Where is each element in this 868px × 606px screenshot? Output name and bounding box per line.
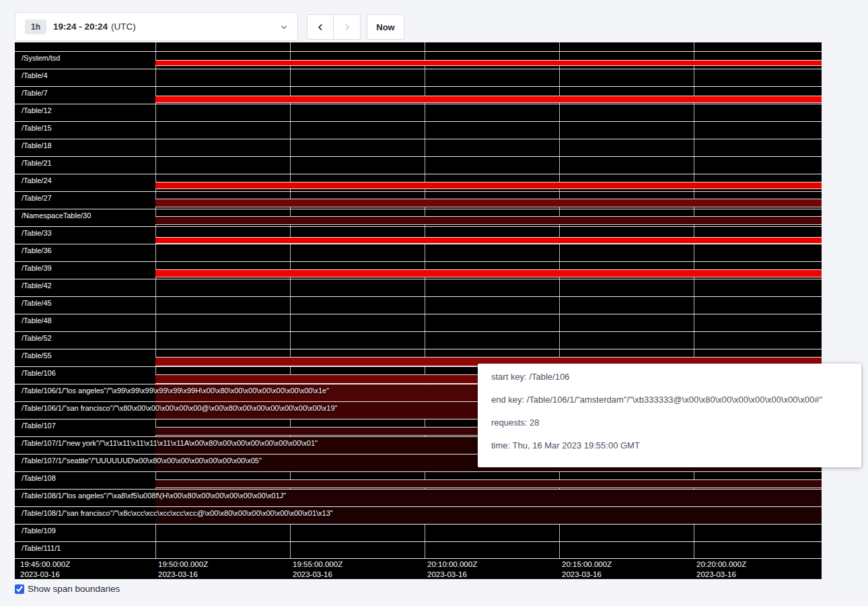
key-span-label: /Table/107/1/"seattle"/"UUUUUUD\x00\x80\…: [22, 457, 262, 465]
key-span-label: /Table/111/1: [22, 544, 61, 552]
key-span-label: /Table/42: [22, 281, 52, 290]
heat-band[interactable]: [155, 60, 822, 66]
next-range-button[interactable]: [334, 14, 361, 40]
key-span-label: /Table/39: [22, 264, 52, 272]
heat-band[interactable]: [155, 182, 822, 189]
span-tooltip: start key: /Table/106 end key: /Table/10…: [478, 364, 861, 467]
now-button[interactable]: Now: [367, 14, 404, 40]
key-span-label: /Table/106: [22, 369, 56, 377]
range-nav-group: [307, 14, 361, 40]
key-span-label: /Table/108: [22, 474, 56, 482]
show-span-boundaries-checkbox[interactable]: [15, 584, 24, 594]
heat-band[interactable]: [155, 96, 822, 103]
key-span-label: /Table/109: [22, 527, 56, 535]
time-axis-tick: 20:20:00.000Z2023-03-16: [696, 560, 746, 580]
heat-band[interactable]: [155, 199, 822, 207]
key-span-row[interactable]: /Table/24: [15, 174, 822, 191]
key-span-label: /Table/107: [22, 422, 56, 430]
key-span-label: /Table/7: [22, 89, 48, 97]
key-span-row[interactable]: /Table/12: [15, 104, 822, 121]
key-span-row[interactable]: [15, 42, 822, 51]
time-axis-tick: 20:15:00.000Z2023-03-16: [562, 560, 612, 580]
time-range-dropdown[interactable]: 1h 19:24 - 20:24 (UTC): [15, 12, 298, 41]
heat-band[interactable]: [155, 479, 822, 488]
heat-band[interactable]: [155, 216, 822, 225]
key-span-label: /Table/48: [22, 316, 52, 325]
key-span-row[interactable]: /Table/109: [15, 524, 822, 541]
key-span-row[interactable]: /Table/48: [15, 314, 822, 331]
tooltip-time: time: Thu, 16 Mar 2023 19:55:00 GMT: [491, 439, 848, 452]
heat-band[interactable]: [155, 269, 822, 277]
key-span-label: /Table/108/1/"san francisco"/"\x8c\xcc\x…: [22, 509, 333, 517]
key-span-label: /Table/4: [22, 71, 48, 79]
key-span-row[interactable]: /Table/111/1: [15, 541, 822, 559]
key-span-row[interactable]: /Table/52: [15, 331, 822, 349]
key-span-label: /Table/27: [22, 194, 52, 202]
key-span-label: /Table/45: [22, 299, 52, 307]
key-visualizer-page: { "toolbar": { "duration_badge": "1h", "…: [0, 0, 868, 606]
key-span-label: /Table/18: [22, 141, 52, 149]
key-span-row[interactable]: /Table/108/1/"los angeles"/"\xa8\xf5\u00…: [15, 489, 822, 506]
key-span-label: /Table/33: [22, 229, 52, 237]
key-span-label: /Table/24: [22, 176, 52, 184]
heatmap-rows: /System/tsd/Table/4/Table/7/Table/12/Tab…: [15, 42, 822, 559]
key-span-label: /Table/21: [22, 159, 52, 167]
time-axis-tick: 19:55:00.000Z2023-03-16: [293, 560, 342, 580]
chevron-right-icon: [342, 23, 351, 32]
key-span-label: /System/tsd: [22, 54, 60, 62]
key-span-row[interactable]: /Table/39: [15, 261, 822, 279]
key-span-row[interactable]: /Table/4: [15, 69, 822, 86]
key-span-row[interactable]: /NamespaceTable/30: [15, 209, 822, 226]
key-span-row[interactable]: /Table/36: [15, 244, 822, 261]
timezone-label: (UTC): [111, 22, 136, 32]
time-axis-tick: 20:10:00.000Z2023-03-16: [427, 560, 477, 580]
toolbar: 1h 19:24 - 20:24 (UTC) Now: [15, 12, 404, 41]
heat-band[interactable]: [155, 237, 822, 244]
key-span-label: /NamespaceTable/30: [22, 211, 91, 220]
key-span-row[interactable]: /Table/45: [15, 296, 822, 314]
key-span-label: /Table/36: [22, 246, 52, 255]
footer: Show span boundaries: [15, 584, 120, 594]
key-span-row[interactable]: /Table/108/1/"san francisco"/"\x8c\xcc\x…: [15, 506, 822, 524]
key-span-label: /Table/106/1/"los angeles"/"\x99\x99\x99…: [22, 386, 329, 395]
key-span-label: /Table/55: [22, 351, 52, 360]
prev-range-button[interactable]: [307, 14, 334, 40]
duration-badge: 1h: [25, 20, 46, 34]
time-range-label: 19:24 - 20:24: [53, 22, 108, 32]
time-axis-tick: 19:50:00.000Z2023-03-16: [158, 560, 208, 580]
chevron-down-icon: [280, 23, 288, 31]
key-span-row[interactable]: /Table/21: [15, 156, 822, 174]
key-span-label: /Table/52: [22, 334, 52, 342]
key-span-label: /Table/106/1/"san francisco"/"\x80\x00\x…: [22, 404, 338, 412]
key-span-row[interactable]: /Table/15: [15, 121, 822, 139]
show-span-boundaries-label: Show span boundaries: [28, 584, 120, 594]
key-span-label: /Table/15: [22, 124, 52, 132]
key-span-row[interactable]: /Table/42: [15, 279, 822, 296]
key-span-row[interactable]: /Table/33: [15, 226, 822, 244]
key-span-row[interactable]: /Table/108: [15, 471, 822, 489]
tooltip-start-key: start key: /Table/106: [491, 370, 848, 384]
key-visualizer-canvas[interactable]: /System/tsd/Table/4/Table/7/Table/12/Tab…: [15, 42, 822, 579]
key-span-row[interactable]: /Table/18: [15, 139, 822, 156]
tooltip-requests: requests: 28: [491, 416, 848, 430]
key-span-row[interactable]: /System/tsd: [15, 51, 822, 69]
tooltip-end-key: end key: /Table/106/1/"amsterdam"/"\xb33…: [491, 393, 848, 407]
chevron-left-icon: [316, 23, 325, 32]
key-span-label: /Table/12: [22, 106, 52, 114]
time-axis-tick: 19:45:00.000Z2023-03-16: [20, 560, 70, 580]
key-span-label: /Table/107/1/"new york"/"\x11\x11\x11\x1…: [22, 439, 318, 447]
key-span-row[interactable]: /Table/27: [15, 191, 822, 209]
key-span-row[interactable]: /Table/7: [15, 86, 822, 104]
key-span-label: /Table/108/1/"los angeles"/"\xa8\xf5\u00…: [22, 492, 286, 500]
